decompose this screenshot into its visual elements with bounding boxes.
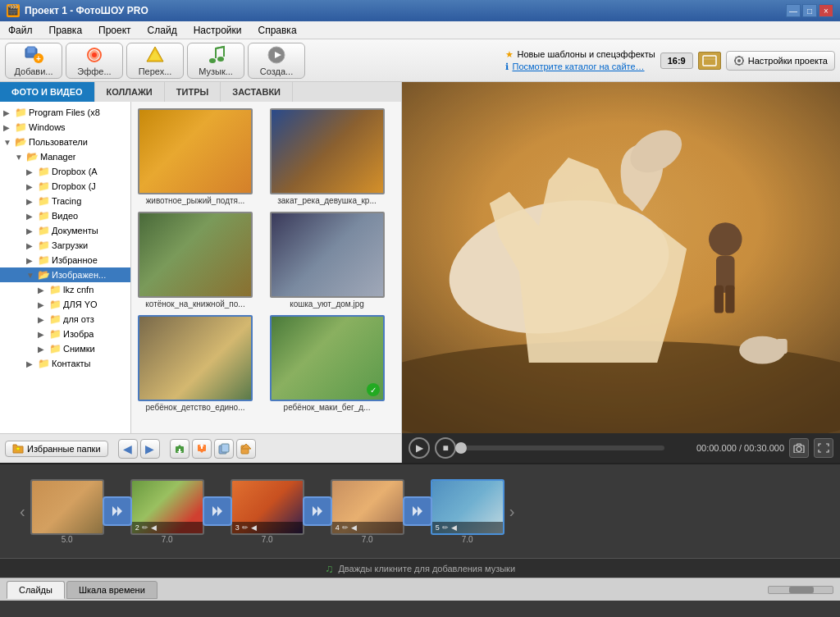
pencil-icon[interactable]: ✏: [442, 523, 449, 532]
close-button[interactable]: ×: [819, 4, 833, 17]
tab-photo-video[interactable]: ФОТО И ВИДЕО: [0, 82, 95, 102]
slide-item-3[interactable]: 3 ✏ ◀ 7.0: [231, 479, 304, 544]
action-copy-button[interactable]: [214, 439, 234, 459]
expand-icon[interactable]: ▼: [3, 138, 13, 147]
expand-icon[interactable]: ▶: [38, 345, 48, 354]
tree-item-lkz[interactable]: ▶ 📁 lkz cnfn: [0, 282, 130, 297]
expand-icon[interactable]: ▶: [38, 286, 48, 295]
expand-icon[interactable]: ▶: [26, 359, 36, 368]
tab-collages[interactable]: КОЛЛАЖИ: [95, 82, 165, 102]
thumbnail-3[interactable]: котёнок_на_книжной_по...: [138, 212, 263, 308]
music-button[interactable]: Музык...: [187, 43, 244, 79]
tree-item-windows[interactable]: ▶ 📁 Windows: [0, 120, 130, 135]
tree-item-video[interactable]: ▶ 📁 Видео: [0, 208, 130, 223]
tree-item-images2[interactable]: ▶ 📁 Изобра: [0, 327, 130, 341]
promo-link[interactable]: Посмотрите каталог на сайте…: [512, 62, 644, 71]
tree-item-images[interactable]: ▼ 📂 Изображен...: [0, 267, 130, 282]
tree-item-dlya-yo[interactable]: ▶ 📁 ДЛЯ YO: [0, 297, 130, 312]
transitions-button[interactable]: Перех...: [126, 43, 184, 79]
project-settings-button[interactable]: Настройки проекта: [726, 51, 835, 71]
slide-item-1[interactable]: 5.0: [30, 479, 104, 544]
progress-thumb[interactable]: [455, 442, 467, 454]
scrollbar-thumb[interactable]: [789, 587, 814, 593]
bottom-scrollbar[interactable]: [768, 586, 833, 594]
tree-item-manager[interactable]: ▼ 📂 Manager: [0, 149, 130, 164]
pencil-icon[interactable]: ✏: [342, 523, 349, 532]
expand-icon[interactable]: ▶: [3, 108, 13, 117]
screen-ratio-button[interactable]: [698, 52, 721, 70]
action-move-button[interactable]: [236, 439, 256, 459]
tree-item-users[interactable]: ▼ 📂 Пользователи: [0, 135, 130, 149]
effects-button[interactable]: Эффе...: [66, 43, 123, 79]
stop-button[interactable]: ■: [435, 437, 456, 459]
pencil-icon[interactable]: ✏: [242, 523, 249, 532]
menu-file[interactable]: Файл: [3, 23, 38, 38]
camera-button[interactable]: [789, 438, 809, 458]
play-small-icon[interactable]: ◀: [251, 523, 257, 532]
tree-item-screenshots[interactable]: ▶ 📁 Снимки: [0, 341, 130, 356]
thumbnail-6[interactable]: ✓ ребёнок_маки_бег_д...: [270, 315, 395, 412]
expand-icon[interactable]: ▶: [3, 123, 13, 132]
expand-icon[interactable]: ▶: [38, 315, 48, 324]
expand-icon[interactable]: ▶: [26, 212, 36, 221]
transition-2-3[interactable]: [203, 496, 232, 526]
tab-titles[interactable]: ТИТРЫ: [165, 82, 221, 102]
thumbnail-1[interactable]: животное_рыжий_подтя...: [138, 108, 263, 205]
music-bar[interactable]: ♫ Дважды кликните для добавления музыки: [0, 558, 840, 578]
tree-item-downloads[interactable]: ▶ 📁 Загрузки: [0, 238, 130, 253]
add-button[interactable]: + Добави...: [5, 43, 62, 79]
slide-item-5[interactable]: 5 ✏ ◀ 7.0: [431, 479, 504, 544]
pencil-icon[interactable]: ✏: [142, 523, 148, 532]
tab-screensavers[interactable]: ЗАСТАВКИ: [221, 82, 293, 102]
menu-settings[interactable]: Настройки: [189, 23, 247, 38]
transition-4-5[interactable]: [403, 496, 432, 526]
play-small-icon[interactable]: ◀: [451, 523, 457, 532]
action-down-button[interactable]: [170, 439, 189, 459]
slide-item-4[interactable]: 4 ✏ ◀ 7.0: [331, 479, 404, 544]
action-up-button[interactable]: [192, 439, 212, 459]
expand-icon[interactable]: ▶: [38, 330, 48, 339]
thumbnail-5[interactable]: ребёнок_детство_едино...: [138, 315, 263, 412]
create-button[interactable]: Созда...: [248, 43, 305, 79]
menu-help[interactable]: Справка: [253, 23, 301, 38]
window-controls[interactable]: — □ ×: [786, 4, 833, 17]
expand-icon[interactable]: ▼: [15, 153, 25, 162]
tree-item-for-reviews[interactable]: ▶ 📁 для отз: [0, 312, 130, 327]
favorites-button[interactable]: Избранные папки: [5, 441, 108, 457]
maximize-button[interactable]: □: [802, 4, 817, 17]
tree-item-favorites[interactable]: ▶ 📁 Избранное: [0, 253, 130, 267]
menu-project[interactable]: Проект: [94, 23, 136, 38]
transition-1-2[interactable]: [103, 496, 132, 526]
tree-item-documents[interactable]: ▶ 📁 Документы: [0, 223, 130, 238]
music-text[interactable]: Дважды кликните для добавления музыки: [338, 564, 515, 574]
play-small-icon[interactable]: ◀: [351, 523, 357, 532]
play-button[interactable]: ▶: [409, 437, 430, 459]
expand-icon[interactable]: ▶: [26, 256, 36, 265]
expand-icon[interactable]: ▶: [26, 226, 36, 235]
minimize-button[interactable]: —: [786, 4, 801, 17]
expand-icon[interactable]: ▶: [26, 197, 36, 206]
expand-icon[interactable]: ▶: [38, 300, 48, 309]
bottom-tab-slides[interactable]: Слайды: [7, 581, 65, 599]
expand-icon[interactable]: ▶: [26, 167, 36, 176]
expand-icon[interactable]: ▶: [26, 241, 36, 250]
progress-bar[interactable]: [461, 446, 664, 450]
menu-slide[interactable]: Слайд: [143, 23, 182, 38]
tree-item-contacts[interactable]: ▶ 📁 Контакты: [0, 356, 130, 371]
timeline-prev-button[interactable]: ‹: [16, 502, 29, 521]
menu-edit[interactable]: Правка: [44, 23, 88, 38]
expand-icon[interactable]: ▶: [26, 182, 36, 191]
bottom-tab-timeline[interactable]: Шкала времени: [66, 581, 158, 599]
tree-item-tracing[interactable]: ▶ 📁 Tracing: [0, 194, 130, 208]
timeline-next-button[interactable]: ›: [506, 502, 518, 521]
nav-forward-button[interactable]: ▶: [140, 439, 160, 459]
thumbnail-4[interactable]: кошка_уют_дом.jpg: [270, 212, 395, 308]
expand-icon[interactable]: ▼: [26, 271, 36, 280]
play-small-icon[interactable]: ◀: [151, 523, 157, 532]
slide-item-2[interactable]: 2 ✏ ◀ 7.0: [130, 479, 204, 544]
tree-item-dropbox1[interactable]: ▶ 📁 Dropbox (A: [0, 164, 130, 179]
fullscreen-button[interactable]: [814, 438, 833, 458]
transition-3-4[interactable]: [303, 496, 332, 526]
nav-back-button[interactable]: ◀: [118, 439, 138, 459]
file-tree[interactable]: ▶ 📁 Program Files (x8 ▶ 📁 Windows ▼ 📂 По…: [0, 102, 131, 433]
